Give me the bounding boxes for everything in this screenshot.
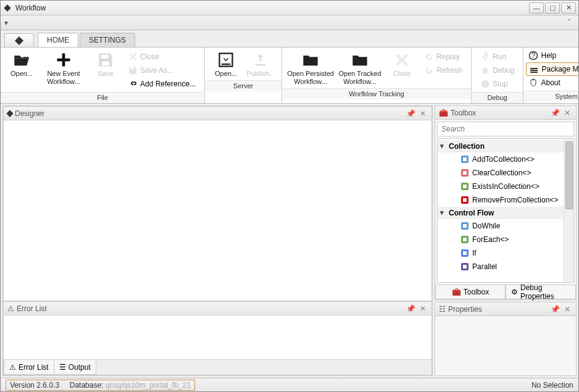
tree-item[interactable]: DoWhile	[438, 219, 573, 233]
activity-icon	[460, 248, 470, 258]
tab-output[interactable]: ☰Output	[54, 360, 96, 375]
close-panel-icon[interactable]: ✕	[562, 109, 572, 117]
svg-rect-17	[463, 171, 467, 175]
error-list-panel: ⚠ Error List 📌 ✕ ⚠Error List ☰Output	[3, 301, 432, 375]
activity-icon	[460, 221, 470, 231]
maximize-button[interactable]: ▢	[545, 2, 560, 14]
open-tracked-button[interactable]: Open Tracked Workflow...	[335, 50, 385, 87]
ribbon-group-tracking: Open Persisted Workflow... Open Tracked …	[282, 48, 472, 103]
folder-icon	[351, 51, 369, 69]
activity-icon	[460, 181, 470, 191]
pin-icon[interactable]: 📌	[406, 304, 415, 313]
replay-button: Replay	[422, 50, 465, 64]
tracking-close-button: Close	[385, 50, 419, 79]
activity-icon	[460, 168, 470, 178]
download-icon	[217, 51, 235, 69]
error-list-body[interactable]	[4, 315, 431, 360]
svg-rect-19	[463, 185, 467, 188]
server-open-button[interactable]: Open...	[209, 50, 243, 79]
app-menu-button[interactable]	[4, 33, 34, 47]
toolbox-tree[interactable]: CollectionAddToCollection<>ClearCollecti…	[437, 138, 574, 283]
quick-access-bar: ▾ ˇ	[1, 15, 578, 30]
window-title: Workflow	[15, 4, 46, 12]
replay-icon	[424, 52, 434, 62]
tree-item[interactable]: ForEach<>	[438, 233, 573, 246]
bottom-tabs: ⚠Error List ☰Output	[4, 360, 431, 375]
tab-error-list[interactable]: ⚠Error List	[4, 360, 54, 375]
package-manager-button[interactable]: Package Manager	[526, 62, 579, 76]
close-icon	[128, 52, 138, 62]
tab-home[interactable]: HOME	[38, 33, 78, 47]
pin-icon[interactable]: 📌	[550, 305, 560, 314]
svg-rect-23	[463, 224, 467, 228]
scrollbar[interactable]	[564, 139, 573, 282]
svg-rect-15	[463, 157, 467, 161]
help-icon: ?	[528, 51, 538, 60]
link-icon	[128, 79, 138, 89]
tab-debug-properties[interactable]: ⚙Debug Properties	[506, 285, 576, 299]
tree-item[interactable]: RemoveFromCollection<>	[438, 193, 573, 207]
bug-icon	[480, 65, 490, 75]
tree-category[interactable]: Control Flow	[438, 207, 573, 219]
toolbox-search-input[interactable]	[437, 122, 574, 136]
tab-settings[interactable]: SETTINGS	[80, 33, 135, 47]
about-icon	[528, 78, 538, 88]
help-button[interactable]: ? Help	[526, 49, 579, 62]
designer-header: Designer 📌 ✕	[4, 107, 431, 120]
ribbon-collapse-button[interactable]: ˇ	[564, 19, 575, 27]
activity-icon	[460, 154, 470, 164]
list-icon: ☰	[59, 363, 66, 372]
pin-icon[interactable]: 📌	[550, 109, 560, 117]
svg-rect-10	[530, 68, 538, 69]
warning-icon: ⚠	[7, 304, 14, 313]
svg-rect-29	[463, 265, 467, 269]
gear-icon: ⚙	[511, 288, 518, 296]
svg-rect-12	[530, 72, 538, 73]
titlebar: Workflow — ▢ ✕	[1, 1, 578, 15]
close-panel-icon[interactable]: ✕	[418, 304, 428, 313]
folder-icon	[302, 51, 319, 69]
activity-icon	[460, 262, 470, 272]
tree-item[interactable]: ClearCollection<>	[438, 166, 573, 180]
tree-category[interactable]: Collection	[438, 140, 573, 152]
pin-icon[interactable]: 📌	[406, 109, 415, 118]
svg-rect-27	[463, 251, 467, 255]
upload-icon	[252, 51, 269, 69]
publish-button: Publish...	[243, 50, 278, 79]
scrollbar-thumb[interactable]	[565, 141, 573, 209]
designer-canvas[interactable]	[4, 120, 431, 301]
new-event-workflow-button[interactable]: New Event Workflow...	[39, 50, 88, 87]
quick-access-dropdown[interactable]: ▾	[4, 19, 8, 27]
about-button[interactable]: About	[526, 76, 579, 90]
svg-rect-2	[130, 67, 134, 69]
svg-point-7	[483, 68, 488, 74]
debug-button: Debug	[478, 64, 517, 77]
status-selection: No Selection	[531, 381, 573, 390]
svg-text:?: ?	[531, 51, 536, 60]
close-panel-icon[interactable]: ✕	[562, 305, 572, 314]
add-reference-button[interactable]: Add Reference...	[125, 77, 198, 91]
ribbon-tabs: HOME SETTINGS	[1, 30, 578, 48]
minimize-button[interactable]: —	[529, 2, 544, 14]
tab-toolbox[interactable]: 🧰Toolbox	[435, 285, 506, 299]
svg-point-6	[485, 52, 488, 55]
tree-item[interactable]: If	[438, 246, 573, 260]
run-person-icon	[480, 52, 490, 62]
svg-rect-4	[222, 64, 230, 65]
designer-panel: Designer 📌 ✕	[3, 106, 432, 301]
warning-icon: ⚠	[9, 363, 16, 372]
open-button[interactable]: Open...	[4, 50, 39, 79]
right-column: 🧰 Toolbox 📌 ✕ CollectionAddToCollection<…	[435, 106, 577, 376]
close-window-button[interactable]: ✕	[561, 2, 576, 14]
tree-item[interactable]: ExistsInCollection<>	[438, 180, 573, 193]
close-panel-icon[interactable]: ✕	[418, 109, 428, 118]
toolbox-panel: 🧰 Toolbox 📌 ✕ CollectionAddToCollection<…	[435, 106, 577, 300]
svg-rect-5	[256, 64, 265, 65]
tree-item[interactable]: Parallel	[438, 260, 573, 273]
ribbon-group-debug: Run Debug Stop Debug	[472, 48, 523, 103]
open-persisted-button[interactable]: Open Persisted Workflow...	[286, 50, 335, 87]
ribbon-group-file: Open... New Event Workflow... Save Close…	[1, 48, 205, 103]
toolbox-tabs: 🧰Toolbox ⚙Debug Properties	[435, 285, 576, 299]
tree-item[interactable]: AddToCollection<>	[438, 152, 573, 166]
close-icon	[393, 51, 410, 69]
